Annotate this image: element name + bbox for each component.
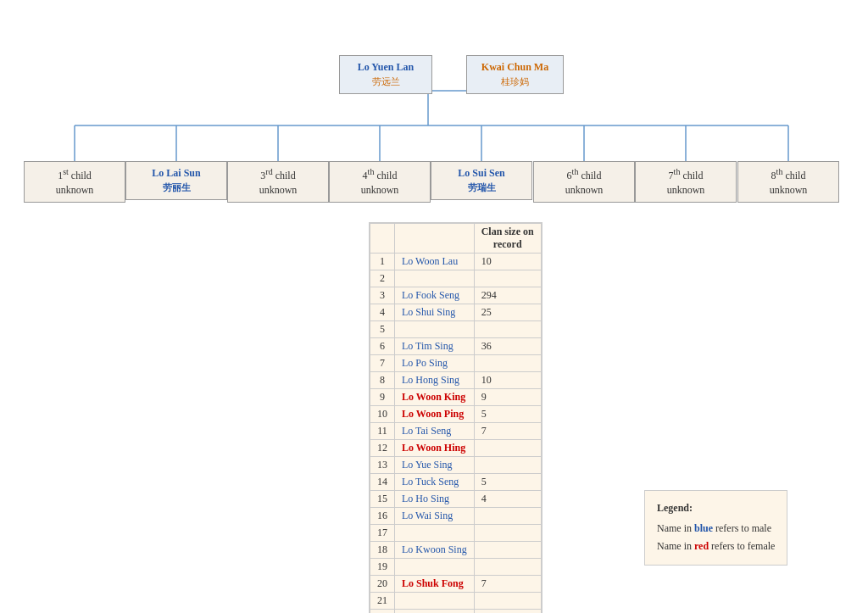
row-num: 14 [370, 474, 395, 491]
table-row: 21 [370, 593, 542, 610]
row-name: Lo Kwoon Sing [395, 542, 475, 559]
table-row: 13Lo Yue Sing [370, 457, 542, 474]
row-name: Lo Woon King [395, 389, 475, 406]
node-lo-yuen-lan: Lo Yuen Lan 劳远兰 [339, 55, 432, 94]
table-row: 6Lo Tim Sing36 [370, 338, 542, 355]
row-num: 10 [370, 406, 395, 423]
row-name [395, 270, 475, 287]
row-num: 19 [370, 559, 395, 576]
row-clan: 5 [474, 406, 541, 423]
row-name: Lo Hong Sing [395, 372, 475, 389]
child-node-4: 4th childunknown [329, 161, 431, 203]
row-clan: 8 [474, 610, 541, 614]
table-row: 1Lo Woon Lau10 [370, 254, 542, 270]
row-num: 1 [370, 254, 395, 270]
row-name: Lo Woon Hing [395, 440, 475, 457]
family-tree: Lo Yuen Lan 劳远兰 Kwai Chun Ma 桂珍妈 1st chi… [0, 0, 868, 34]
row-num: 5 [370, 321, 395, 338]
row-clan: 10 [474, 254, 541, 270]
row-clan: 7 [474, 576, 541, 593]
child-node-5: Lo Sui Sen 劳瑞生 [431, 161, 532, 200]
child5-chinese: 劳瑞生 [468, 182, 496, 192]
clan-table: Clan size onrecord 1Lo Woon Lau1023Lo Fo… [370, 223, 542, 613]
child8-label: 8th childunknown [770, 170, 808, 196]
child-node-3: 3rd childunknown [227, 161, 329, 203]
row-clan: 7 [474, 423, 541, 440]
child-node-7: 7th childunknown [635, 161, 737, 203]
child1-label: 1st childunknown [56, 170, 94, 196]
table-row: 11Lo Tai Seng7 [370, 423, 542, 440]
row-clan [474, 355, 541, 372]
row-clan [474, 508, 541, 525]
row-name [395, 593, 475, 610]
row-name: Lo Wai Sing [395, 508, 475, 525]
row-clan: 294 [474, 287, 541, 304]
table-row: 15Lo Ho Sing4 [370, 491, 542, 508]
row-clan: 4 [474, 491, 541, 508]
row-name: Lo Tim Sing [395, 338, 475, 355]
table-row: 2 [370, 270, 542, 287]
child6-label: 6th childunknown [565, 170, 604, 196]
table-row: 18Lo Kwoon Sing [370, 542, 542, 559]
row-clan [474, 270, 541, 287]
row-num: 15 [370, 491, 395, 508]
root1-name: Lo Yuen Lan [358, 61, 414, 73]
table-row: 5 [370, 321, 542, 338]
row-clan: 36 [474, 338, 541, 355]
row-clan [474, 593, 541, 610]
row-clan: 5 [474, 474, 541, 491]
table-row: 9Lo Woon King9 [370, 389, 542, 406]
row-num: 8 [370, 372, 395, 389]
row-name: Lo King Sing [395, 610, 475, 614]
table-row: 3Lo Fook Seng294 [370, 287, 542, 304]
child-node-8: 8th childunknown [737, 161, 839, 203]
table-row: 8Lo Hong Sing10 [370, 372, 542, 389]
legend-line2: Name in red refers to female [657, 538, 775, 556]
table-row: 12Lo Woon Hing [370, 440, 542, 457]
row-num: 17 [370, 525, 395, 542]
row-clan [474, 559, 541, 576]
col-name-header [395, 224, 475, 254]
table-row: 16Lo Wai Sing [370, 508, 542, 525]
row-num: 6 [370, 338, 395, 355]
child2-name: Lo Lai Sun [152, 167, 200, 179]
row-num: 21 [370, 593, 395, 610]
root1-chinese: 劳远兰 [372, 76, 400, 86]
table-row: 10Lo Woon Ping5 [370, 406, 542, 423]
child7-label: 7th childunknown [667, 170, 705, 196]
child2-chinese: 劳丽生 [163, 182, 191, 192]
child-node-6: 6th childunknown [533, 161, 635, 203]
child5-name: Lo Sui Sen [458, 167, 504, 179]
root2-name: Kwai Chun Ma [481, 61, 548, 73]
clan-table-container: Clan size onrecord 1Lo Woon Lau1023Lo Fo… [369, 222, 542, 613]
col-num-header [370, 224, 395, 254]
row-name: Lo Fook Seng [395, 287, 475, 304]
row-clan [474, 542, 541, 559]
row-num: 3 [370, 287, 395, 304]
legend-line1: Name in blue refers to male [657, 520, 775, 538]
row-num: 16 [370, 508, 395, 525]
row-name: Lo Shui Sing [395, 304, 475, 321]
row-name: Lo Shuk Fong [395, 576, 475, 593]
row-name [395, 525, 475, 542]
child4-label: 4th childunknown [361, 170, 399, 196]
table-row: 19 [370, 559, 542, 576]
col-clan-header: Clan size onrecord [474, 224, 541, 254]
row-clan [474, 440, 541, 457]
row-clan [474, 525, 541, 542]
row-name: Lo Po Sing [395, 355, 475, 372]
row-num: 18 [370, 542, 395, 559]
row-num: 2 [370, 270, 395, 287]
row-num: 13 [370, 457, 395, 474]
child-node-1: 1st childunknown [24, 161, 125, 203]
row-num: 9 [370, 389, 395, 406]
legend-box: Legend: Name in blue refers to male Name… [644, 490, 787, 566]
node-kwai-chun-ma: Kwai Chun Ma 桂珍妈 [466, 55, 564, 94]
table-row: 17 [370, 525, 542, 542]
row-clan [474, 457, 541, 474]
row-num: 12 [370, 440, 395, 457]
row-num: 22 [370, 610, 395, 614]
row-num: 11 [370, 423, 395, 440]
root2-chinese: 桂珍妈 [501, 76, 529, 86]
child3-label: 3rd childunknown [259, 170, 298, 196]
